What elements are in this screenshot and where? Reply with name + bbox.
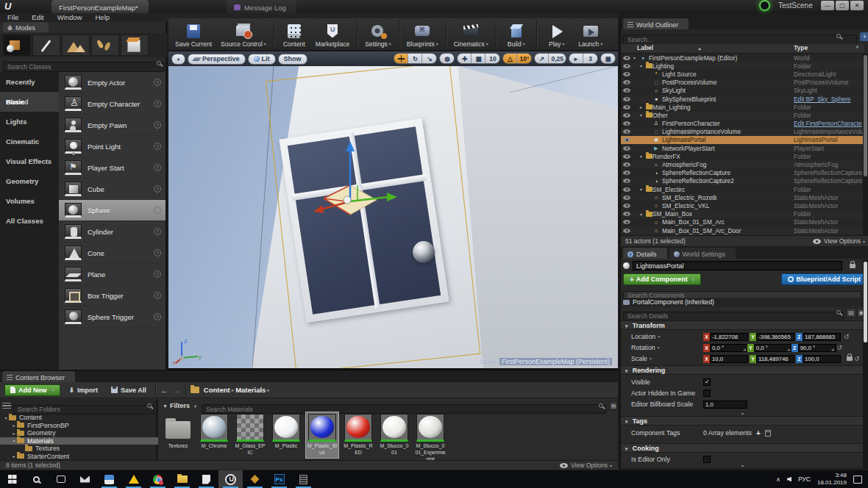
outliner-row-spherereflectioncapture[interactable]: ◑SphereReflectionCaptureSphereReflection… — [621, 169, 864, 177]
menu-help[interactable]: Help — [95, 13, 110, 22]
mode-category-recently-placed[interactable]: Recently Placed — [0, 72, 59, 92]
add-new-button[interactable]: Add New ▾ — [4, 384, 60, 396]
visibility-eye-icon[interactable] — [623, 179, 630, 183]
drag-widget-icon[interactable]: ◢ — [787, 347, 790, 351]
toolbar-marketplace-button[interactable]: Marketplace — [312, 19, 353, 49]
visibility-eye-icon[interactable] — [623, 229, 630, 233]
asset-m-stucco-001[interactable]: M_Stucco_001 — [378, 412, 410, 458]
delete-elements-icon[interactable] — [765, 430, 771, 437]
expand-arrow-icon[interactable]: ▸ — [640, 104, 646, 110]
breadcrumb-materials[interactable]: Materials — [235, 386, 266, 394]
expand-arrow-icon[interactable]: ▾ — [640, 63, 646, 68]
toolbar-content-button[interactable]: Content — [278, 19, 310, 49]
visibility-eye-icon[interactable] — [623, 171, 630, 175]
surface-snap-button[interactable]: ✚ — [458, 54, 472, 63]
add-component-button[interactable]: + Add Component ▾ — [623, 273, 701, 285]
back-button[interactable]: ← — [160, 386, 168, 395]
visible-checkbox[interactable] — [703, 378, 711, 386]
expand-arrow-icon[interactable]: ▾ — [640, 154, 646, 159]
visibility-eye-icon[interactable] — [623, 220, 630, 224]
search-folders-input[interactable] — [13, 405, 154, 415]
asset-m-chrome[interactable]: M_Chrome — [198, 412, 230, 451]
is-editor-only-checkbox[interactable] — [703, 456, 711, 463]
rotation-snap-value[interactable]: 10° — [517, 54, 531, 63]
visibility-eye-icon[interactable] — [623, 195, 630, 200]
expand-arrow-icon[interactable]: ▾ — [633, 55, 639, 60]
visibility-eye-icon[interactable] — [623, 137, 630, 142]
toolbar-play-button[interactable]: Play▾ — [541, 19, 573, 49]
content-browser-tab[interactable]: Content Browser — [2, 371, 75, 382]
xapp-taskbar-icon[interactable] — [243, 470, 267, 488]
visibility-eye-icon[interactable] — [623, 113, 630, 118]
scale-x-field[interactable]: X10,0 — [703, 355, 748, 363]
mode-item-box-trigger[interactable]: Box Trigger? — [59, 285, 166, 306]
forward-button[interactable]: → — [173, 386, 181, 395]
maximize-viewport-button[interactable]: ▣ — [601, 54, 615, 63]
outliner-row-other[interactable]: ▾OtherFolder — [621, 111, 864, 119]
media-taskbar-icon[interactable] — [97, 470, 121, 488]
filter-icon[interactable]: ▾ — [856, 44, 858, 49]
search-classes-input[interactable] — [3, 62, 164, 72]
geometry-mode-icon[interactable] — [121, 35, 149, 56]
asset-m-plastic[interactable]: M_Plastic — [270, 412, 302, 451]
search-taskbar-icon[interactable] — [24, 470, 49, 488]
expand-arrow-icon[interactable]: ▾ — [11, 438, 17, 443]
world-space-button[interactable]: ◍ — [440, 54, 454, 63]
toolbar-cinematics-button[interactable]: Cinematics▾ — [450, 19, 492, 49]
window-tab-message-log[interactable]: Message Log — [227, 0, 296, 13]
blueprint-add-script-button[interactable]: Blueprint/Add Script — [781, 273, 868, 285]
visibility-eye-icon[interactable] — [623, 187, 630, 192]
mode-item-empty-actor[interactable]: Empty Actor? — [59, 72, 166, 93]
lit-button[interactable]: Lit — [248, 54, 276, 65]
edit-blueprint-link[interactable]: Edit FirstPersonCharacte — [794, 120, 864, 127]
asset-textures[interactable]: Textures — [162, 412, 194, 451]
filters-button[interactable]: ▼ Filters ▾ — [160, 402, 199, 409]
outliner-row-lightmassportal[interactable]: ◉LightmassPortalLightmassPortal — [621, 136, 864, 144]
property-matrix-button[interactable]: ▤ — [846, 308, 856, 317]
outliner-row-sm-electric-vkl[interactable]: ⌂SM_Electric_VKLStaticMeshActor — [621, 201, 864, 209]
reset-to-default-icon[interactable]: ↺ — [854, 355, 860, 362]
actor-name-input[interactable] — [633, 261, 842, 270]
scale-z-field[interactable]: Z100,0 — [796, 355, 841, 363]
perspective-button[interactable]: Perspective — [188, 54, 246, 65]
outliner-row-postprocessvolume[interactable]: □PostProcessVolumePostProcessVolume — [621, 79, 864, 87]
asset-m-plastic-blue[interactable]: M_Plastic_Blue — [306, 412, 338, 458]
location-y-value[interactable]: -398,360565 — [756, 333, 794, 341]
visibility-eye-icon[interactable] — [623, 105, 630, 110]
outliner-row-main-lighting[interactable]: ▸Main_LightingFolder — [621, 103, 864, 111]
visibility-eye-icon[interactable] — [623, 72, 630, 76]
foliage-mode-icon[interactable] — [91, 35, 119, 56]
menu-edit[interactable]: Edit — [32, 13, 43, 22]
outliner-row-sm-main-box[interactable]: ▾SM_Main_BoxFolder — [621, 210, 864, 218]
scale-x-value[interactable]: 10,0 — [710, 355, 748, 363]
maximize-button[interactable]: ▢ — [836, 1, 849, 10]
details-tab[interactable]: i Details — [623, 248, 667, 259]
minimize-button[interactable]: — — [821, 1, 834, 10]
expand-arrow-icon[interactable]: ▸ — [11, 431, 17, 436]
expand-arrow-icon[interactable]: ▾ — [640, 187, 646, 192]
location-z-value[interactable]: 187,868683 — [803, 333, 841, 341]
folder-geometry[interactable]: ▸Geometry — [0, 429, 158, 437]
visibility-eye-icon[interactable] — [623, 154, 630, 159]
add-element-icon[interactable]: + — [756, 429, 761, 437]
menu-file[interactable]: File — [7, 13, 18, 22]
scale-snap-button[interactable]: ↗ — [535, 54, 549, 63]
scale-label[interactable]: Scale▾ — [621, 355, 703, 362]
unreal-taskbar-icon[interactable] — [218, 470, 243, 488]
visibility-eye-icon[interactable] — [623, 56, 630, 60]
scale-y-value[interactable]: 118,489746 — [756, 355, 794, 363]
toolbar-launch-button[interactable]: Launch▾ — [574, 19, 607, 49]
actor-hidden-checkbox[interactable] — [703, 390, 711, 397]
create-actor-icon[interactable]: + — [860, 32, 868, 41]
rotation-label[interactable]: Rotation▾ — [621, 344, 703, 351]
tags-section-header[interactable]: ▾ Tags — [621, 416, 864, 426]
reset-to-default-icon[interactable]: ↺ — [844, 333, 850, 340]
details-scrollbar[interactable] — [863, 260, 868, 468]
mode-category-visual-effects[interactable]: Visual Effects — [0, 151, 59, 171]
expand-more-chevron[interactable]: ▾ — [621, 411, 864, 416]
ps-taskbar-icon[interactable]: Ps — [267, 470, 291, 488]
asset-m-glass-epic[interactable]: M_Glass_EPIC — [234, 412, 266, 458]
outliner-row-light-source[interactable]: *Light SourceDirectionalLight — [621, 70, 864, 78]
paint-mode-icon[interactable] — [32, 35, 60, 56]
visibility-eye-icon[interactable] — [623, 64, 630, 68]
